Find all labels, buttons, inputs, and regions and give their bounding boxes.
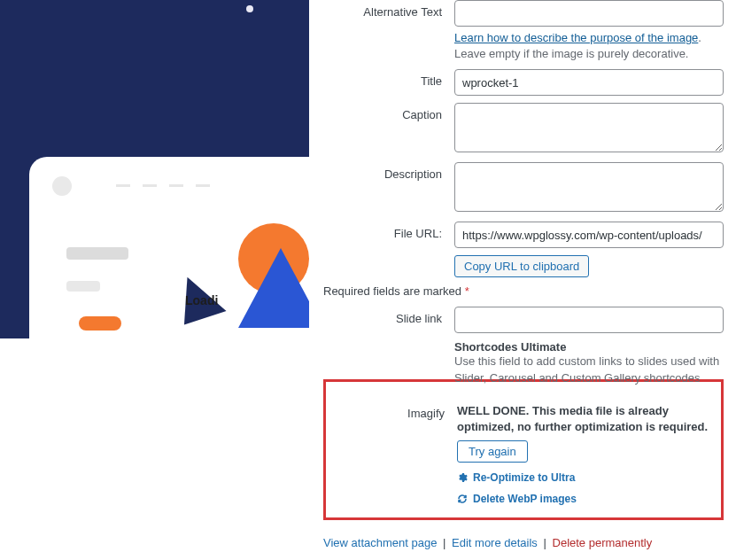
required-star: * (465, 284, 469, 298)
browser-mockup: Loadi (29, 157, 309, 338)
attachment-preview: Loadi (0, 0, 309, 338)
browser-head-circle (52, 176, 72, 196)
delete-permanently-link[interactable]: Delete permanently (553, 536, 653, 549)
file-url-input[interactable] (454, 222, 724, 248)
required-text: Required fields are marked (323, 284, 465, 298)
skeleton-bar (66, 281, 100, 292)
nav-dash (116, 184, 130, 187)
reoptimize-text: Re-Optimize to Ultra (473, 471, 575, 484)
link-separator: | (440, 536, 448, 549)
imagify-highlight-box: Imagify WELL DONE. This media file is al… (323, 379, 724, 520)
copy-url-button[interactable]: Copy URL to clipboard (454, 255, 589, 277)
skeleton-button (79, 316, 121, 331)
required-note: Required fields are marked * (323, 284, 724, 298)
caption-textarea[interactable] (454, 103, 724, 152)
slide-link-input[interactable] (454, 307, 724, 333)
edit-details-link[interactable]: Edit more details (452, 536, 538, 549)
gear-icon (457, 472, 468, 483)
try-again-button[interactable]: Try again (457, 440, 528, 463)
blue-triangle-icon (238, 248, 309, 328)
nav-dash (169, 184, 183, 187)
attachment-details-panel: Alternative Text Learn how to describe t… (311, 0, 736, 560)
delete-webp-link[interactable]: Delete WebP images (457, 493, 709, 505)
imagify-status-message: WELL DONE. This media file is already op… (457, 403, 709, 435)
title-label: Title (323, 69, 454, 88)
alt-text-helper: Learn how to describe the purpose of the… (454, 27, 724, 62)
delete-webp-text: Delete WebP images (473, 493, 577, 505)
loading-label: Loadi (185, 293, 218, 307)
nav-dash (143, 184, 157, 187)
imagify-label: Imagify (326, 403, 457, 420)
view-attachment-link[interactable]: View attachment page (323, 536, 437, 549)
alt-text-input[interactable] (454, 0, 724, 27)
media-preview-panel: Loadi (0, 0, 311, 560)
nav-dash (196, 184, 210, 187)
description-label: Description (323, 162, 454, 181)
link-separator: | (541, 536, 549, 549)
shortcodes-ultimate-desc: Use this field to add custom links to sl… (454, 354, 724, 385)
decorative-dot (246, 5, 253, 12)
reoptimize-link[interactable]: Re-Optimize to Ultra (457, 471, 709, 484)
skeleton-bar (66, 247, 128, 260)
file-url-label: File URL: (323, 222, 454, 240)
decorative-shapes (150, 206, 309, 338)
refresh-icon (457, 494, 468, 504)
title-input[interactable] (454, 69, 724, 96)
attachment-bottom-links: View attachment page | Edit more details… (323, 536, 724, 549)
slide-link-label: Slide link (323, 307, 454, 325)
shortcodes-ultimate-title: Shortcodes Ultimate (454, 340, 724, 354)
alt-text-help-link[interactable]: Learn how to describe the purpose of the… (454, 31, 698, 44)
description-textarea[interactable] (454, 162, 724, 212)
alt-text-label: Alternative Text (323, 0, 454, 19)
caption-label: Caption (323, 103, 454, 121)
